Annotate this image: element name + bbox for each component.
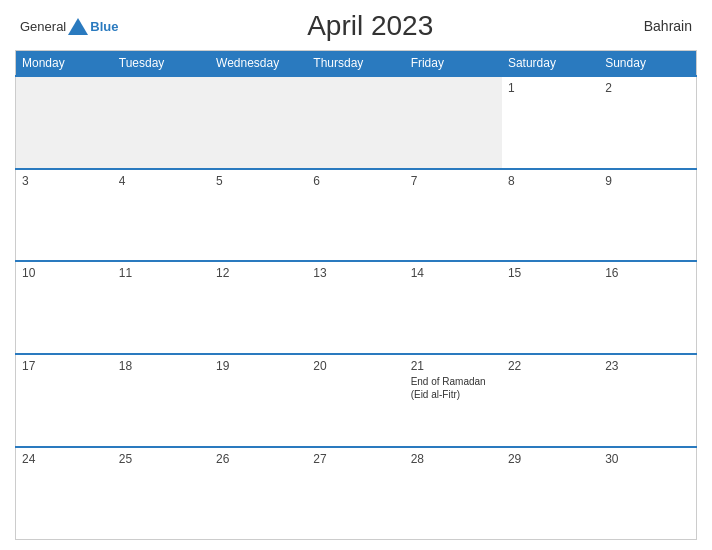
day-number: 13 xyxy=(313,266,398,280)
day-number: 26 xyxy=(216,452,301,466)
calendar-day-cell: 26 xyxy=(210,447,307,540)
day-number: 15 xyxy=(508,266,593,280)
calendar-day-cell xyxy=(16,76,113,169)
calendar-day-cell xyxy=(113,76,210,169)
col-wednesday: Wednesday xyxy=(210,51,307,77)
calendar-day-cell: 24 xyxy=(16,447,113,540)
day-number: 17 xyxy=(22,359,107,373)
day-number: 9 xyxy=(605,174,690,188)
day-number: 25 xyxy=(119,452,204,466)
logo-triangle-icon xyxy=(68,18,88,35)
calendar-day-cell xyxy=(210,76,307,169)
calendar-day-cell: 16 xyxy=(599,261,696,354)
day-number: 16 xyxy=(605,266,690,280)
calendar-day-cell: 28 xyxy=(405,447,502,540)
calendar-day-cell: 5 xyxy=(210,169,307,262)
day-number: 22 xyxy=(508,359,593,373)
col-sunday: Sunday xyxy=(599,51,696,77)
calendar-day-cell: 4 xyxy=(113,169,210,262)
day-number: 12 xyxy=(216,266,301,280)
day-number: 5 xyxy=(216,174,301,188)
page-header: General Blue April 2023 Bahrain xyxy=(15,10,697,42)
day-number: 3 xyxy=(22,174,107,188)
logo-blue-text: Blue xyxy=(90,19,118,34)
calendar-day-cell: 2 xyxy=(599,76,696,169)
col-friday: Friday xyxy=(405,51,502,77)
calendar-day-cell: 13 xyxy=(307,261,404,354)
day-number: 7 xyxy=(411,174,496,188)
day-number: 1 xyxy=(508,81,593,95)
logo: General Blue xyxy=(20,18,118,35)
col-tuesday: Tuesday xyxy=(113,51,210,77)
event-label: End of Ramadan (Eid al-Fitr) xyxy=(411,375,496,401)
calendar-day-cell: 27 xyxy=(307,447,404,540)
weekday-header-row: Monday Tuesday Wednesday Thursday Friday… xyxy=(16,51,697,77)
day-number: 20 xyxy=(313,359,398,373)
day-number: 24 xyxy=(22,452,107,466)
calendar-day-cell: 21End of Ramadan (Eid al-Fitr) xyxy=(405,354,502,447)
day-number: 21 xyxy=(411,359,496,373)
calendar-day-cell: 17 xyxy=(16,354,113,447)
calendar-day-cell xyxy=(405,76,502,169)
calendar-day-cell: 10 xyxy=(16,261,113,354)
calendar-day-cell: 29 xyxy=(502,447,599,540)
calendar-day-cell: 23 xyxy=(599,354,696,447)
logo-general-text: General xyxy=(20,19,66,34)
calendar-day-cell: 8 xyxy=(502,169,599,262)
calendar-day-cell: 11 xyxy=(113,261,210,354)
calendar-page: General Blue April 2023 Bahrain Monday T… xyxy=(0,0,712,550)
day-number: 2 xyxy=(605,81,690,95)
calendar-title: April 2023 xyxy=(118,10,622,42)
calendar-day-cell: 1 xyxy=(502,76,599,169)
calendar-day-cell: 18 xyxy=(113,354,210,447)
day-number: 23 xyxy=(605,359,690,373)
calendar-week-row: 3456789 xyxy=(16,169,697,262)
calendar-day-cell: 20 xyxy=(307,354,404,447)
calendar-table: Monday Tuesday Wednesday Thursday Friday… xyxy=(15,50,697,540)
calendar-day-cell: 14 xyxy=(405,261,502,354)
col-saturday: Saturday xyxy=(502,51,599,77)
day-number: 10 xyxy=(22,266,107,280)
calendar-week-row: 24252627282930 xyxy=(16,447,697,540)
day-number: 27 xyxy=(313,452,398,466)
calendar-day-cell: 25 xyxy=(113,447,210,540)
calendar-day-cell: 22 xyxy=(502,354,599,447)
country-label: Bahrain xyxy=(622,18,692,34)
calendar-day-cell: 7 xyxy=(405,169,502,262)
calendar-week-row: 10111213141516 xyxy=(16,261,697,354)
calendar-day-cell xyxy=(307,76,404,169)
day-number: 19 xyxy=(216,359,301,373)
calendar-week-row: 12 xyxy=(16,76,697,169)
col-monday: Monday xyxy=(16,51,113,77)
day-number: 4 xyxy=(119,174,204,188)
calendar-day-cell: 6 xyxy=(307,169,404,262)
calendar-day-cell: 9 xyxy=(599,169,696,262)
calendar-week-row: 1718192021End of Ramadan (Eid al-Fitr)22… xyxy=(16,354,697,447)
calendar-day-cell: 12 xyxy=(210,261,307,354)
day-number: 11 xyxy=(119,266,204,280)
day-number: 30 xyxy=(605,452,690,466)
day-number: 29 xyxy=(508,452,593,466)
calendar-day-cell: 3 xyxy=(16,169,113,262)
calendar-day-cell: 15 xyxy=(502,261,599,354)
day-number: 6 xyxy=(313,174,398,188)
day-number: 18 xyxy=(119,359,204,373)
calendar-day-cell: 30 xyxy=(599,447,696,540)
col-thursday: Thursday xyxy=(307,51,404,77)
day-number: 28 xyxy=(411,452,496,466)
day-number: 14 xyxy=(411,266,496,280)
calendar-day-cell: 19 xyxy=(210,354,307,447)
day-number: 8 xyxy=(508,174,593,188)
